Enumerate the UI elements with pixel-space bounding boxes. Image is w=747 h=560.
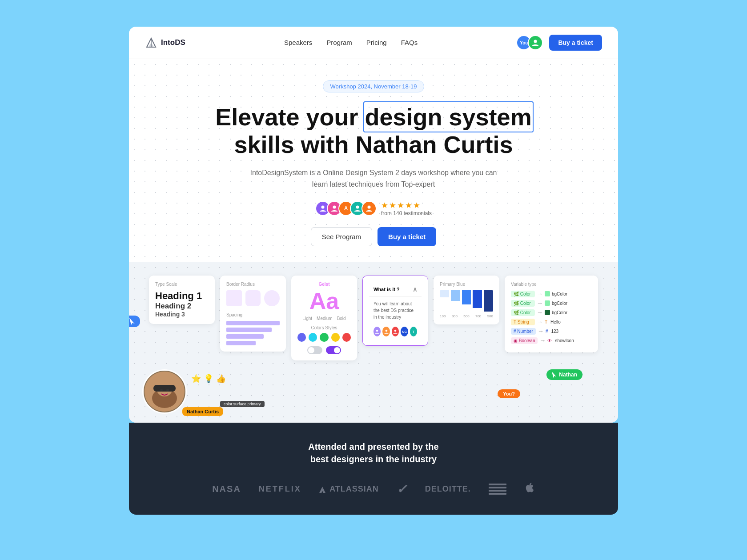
swatch-val-1 [545, 291, 550, 296]
svg-point-5 [333, 206, 336, 209]
swatch-num-900: 900 [487, 314, 493, 318]
see-program-button[interactable]: See Program [311, 227, 372, 246]
var-boolean-1: ◉ Boolean [511, 337, 538, 344]
toggle-row[interactable] [297, 346, 351, 354]
dot-cyan [309, 333, 317, 342]
heading3: Heading 3 [155, 311, 209, 318]
var-row-3: 🌿 Color → bgColor [511, 309, 592, 316]
emoji-bulb: 💡 [204, 374, 213, 384]
preview-section: Jessica Type Scale Heading 1 Heading 2 H… [129, 262, 618, 423]
popup-av5: T [410, 327, 417, 336]
brands-row: NASA NETFLIX ATLASSIAN ✓ Deloitte. [145, 481, 602, 497]
what-is-it-popup: What is it ? ∧ You will learn about the … [362, 276, 428, 346]
testimonials-count: from 140 testimonials [381, 210, 432, 216]
bottom-floats: Nathan Curtis color.surface.primary Nath… [138, 365, 609, 423]
val-hash-icon: # [546, 329, 548, 334]
brand-netflix: NETFLIX [259, 484, 301, 494]
dot-yellow [331, 333, 340, 342]
svg-point-8 [376, 330, 378, 332]
svg-point-16 [166, 389, 169, 392]
svg-rect-14 [153, 385, 176, 392]
you-badge: You? [498, 389, 520, 398]
arrow-6: → [539, 337, 546, 344]
shape-sm [226, 290, 242, 306]
footer-tagline-line1: Attended and presented by the [308, 442, 438, 452]
logo[interactable]: IntoDS [145, 36, 185, 49]
arrow-1: → [537, 290, 543, 297]
brand-nasa: NASA [212, 484, 241, 494]
swatch-900 [484, 290, 493, 312]
nav-faqs[interactable]: FAQs [401, 39, 418, 46]
footer-section: Attended and presented by the best desig… [129, 423, 618, 515]
testimonial-row: A ★★★★★ from 140 testimonials [145, 200, 602, 216]
val-1: bgColor [545, 291, 567, 296]
popup-av4: NC [401, 327, 408, 336]
spacing-bar-1 [226, 321, 280, 325]
swatch-num-100: 100 [440, 314, 446, 318]
popup-close-icon[interactable]: ∧ [413, 286, 417, 293]
brand-apple [524, 481, 535, 497]
svg-point-15 [160, 389, 163, 392]
var-color-3: 🌿 Color [511, 309, 535, 316]
ibm-line-2 [489, 487, 506, 488]
swatch-val-2 [545, 300, 550, 306]
svg-point-10 [394, 330, 397, 332]
buy-ticket-hero-button[interactable]: Buy a ticket [378, 227, 436, 246]
val-text-6: showIcon [555, 338, 574, 343]
svg-point-6 [356, 206, 359, 209]
geist-card: Geist Aa Light Medium Bold Colors Styles [291, 276, 357, 360]
footer-tagline-line2: best designers in the industry [310, 454, 437, 464]
nav-program[interactable]: Program [326, 39, 352, 46]
colors-styles-label: Colors Styles [297, 325, 351, 330]
spacing-bars [226, 321, 280, 345]
shape-md [245, 290, 261, 306]
emoji-row: ⭐ 💡 👍 [191, 374, 226, 384]
nav-avatars: You [516, 35, 543, 50]
val-5: # 123 [546, 329, 558, 334]
nathan-avatar [142, 369, 187, 414]
logo-text: IntoDS [161, 38, 185, 47]
blue-swatches [440, 290, 493, 312]
spacing-bar-3 [226, 334, 264, 339]
ibm-line-4 [489, 493, 506, 495]
buy-ticket-nav-button[interactable]: Buy a ticket [549, 35, 602, 51]
svg-point-7 [367, 206, 370, 209]
swatch-numbers: 100 300 500 700 900 [440, 314, 493, 318]
var-color-1: 🌿 Color [511, 291, 535, 297]
toggle-on[interactable] [326, 346, 341, 354]
nav-speakers[interactable]: Speakers [284, 39, 312, 46]
nav-pricing[interactable]: Pricing [366, 39, 387, 46]
variable-type-label: Variable type [511, 282, 592, 287]
arrow-4: → [537, 318, 543, 325]
arrow-3: → [537, 309, 543, 316]
type-scale-label: Type Scale [155, 282, 209, 287]
val-text-5: 123 [551, 329, 558, 334]
toggle-off[interactable] [307, 346, 322, 354]
var-row-1: 🌿 Color → bgColor [511, 290, 592, 297]
swatch-num-700: 700 [475, 314, 481, 318]
aa-display: Aa [297, 289, 351, 312]
brand-atlassian: ATLASSIAN [319, 484, 379, 494]
tav5 [361, 201, 377, 216]
var-number-1: # Number [511, 328, 536, 335]
dot-red [342, 333, 351, 342]
var-color-2: 🌿 Color [511, 300, 535, 307]
nathan-curtis-badge: Nathan Curtis [182, 407, 223, 416]
val-4: T Hello [545, 320, 561, 324]
swatch-val-3 [545, 310, 550, 315]
emoji-star: ⭐ [191, 374, 201, 384]
spacing-bar-2 [226, 328, 272, 332]
stars-group: ★★★★★ from 140 testimonials [381, 200, 432, 216]
border-radius-label: Border Radius [226, 282, 280, 287]
avatar-user2 [528, 35, 543, 50]
workshop-badge: Workshop 2024, November 18-19 [323, 80, 425, 92]
var-row-5: # Number → # 123 [511, 328, 592, 335]
weight-light: Light [302, 316, 312, 321]
swatch-300 [451, 290, 460, 301]
brand-deloitte: Deloitte. [425, 484, 471, 494]
logo-icon [145, 36, 157, 49]
font-weights: Light Medium Bold [297, 316, 351, 321]
hero-buttons: See Program Buy a ticket [145, 227, 602, 246]
swatch-num-300: 300 [452, 314, 458, 318]
navbar: IntoDS Speakers Program Pricing FAQs You… [129, 27, 618, 59]
